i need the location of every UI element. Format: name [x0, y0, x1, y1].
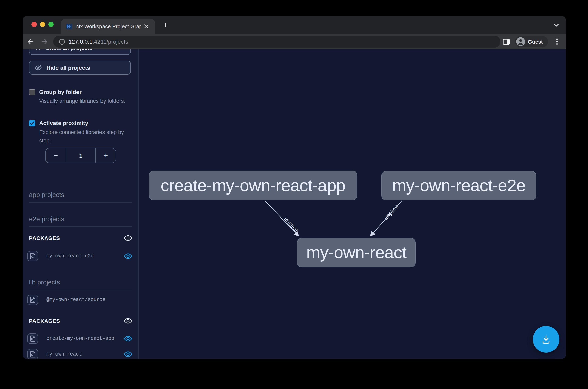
node-label: my-own-react-e2e: [392, 176, 526, 195]
project-list-item: my-own-react: [28, 349, 132, 359]
tab-strip: Nx Workspace Project Graph: [23, 16, 566, 34]
fullscreen-window-button[interactable]: [48, 22, 54, 27]
profile-button[interactable]: Guest: [515, 36, 548, 47]
project-list-item: my-own-react-e2e: [28, 251, 132, 261]
app-projects-header: app projects: [29, 191, 64, 198]
download-icon: [541, 334, 551, 345]
e2e-projects-header: e2e projects: [29, 216, 64, 223]
site-info-icon[interactable]: [59, 38, 65, 45]
close-tab-icon[interactable]: [141, 22, 151, 31]
tab-search-chevron-icon[interactable]: [551, 20, 561, 30]
node-label: my-own-react: [306, 243, 407, 262]
activate-proximity-checkbox[interactable]: [29, 120, 35, 126]
focus-project-button[interactable]: [28, 251, 38, 261]
project-graph-canvas[interactable]: implicit implicit create-my-own-react-ap…: [139, 49, 566, 359]
back-icon[interactable]: [26, 37, 35, 46]
download-graph-button[interactable]: [533, 326, 559, 353]
project-name[interactable]: my-own-react-e2e: [46, 253, 124, 259]
side-panel-icon[interactable]: [501, 37, 511, 46]
minimize-window-button[interactable]: [40, 22, 45, 27]
hide-all-projects-button[interactable]: Hide all projects: [29, 61, 131, 75]
project-list-item: create-my-own-react-app: [28, 333, 132, 344]
show-all-projects-label: Show all projects: [46, 49, 92, 51]
forward-icon[interactable]: [39, 37, 49, 46]
nx-logo-favicon: [66, 23, 73, 30]
browser-window: Nx Workspace Project Graph: [23, 16, 566, 359]
group-by-folder-label: Group by folder: [39, 88, 134, 96]
new-tab-icon[interactable]: [161, 20, 170, 30]
avatar-icon: [516, 37, 525, 46]
graph-node-my-own-react[interactable]: my-own-react: [297, 238, 416, 267]
project-name[interactable]: create-my-own-react-app: [46, 336, 124, 341]
toggle-all-packages-eye-icon[interactable]: [124, 318, 132, 324]
packages-header: PACKAGES: [29, 235, 124, 241]
graph-node-create-my-own-react-app[interactable]: create-my-own-react-app: [149, 171, 357, 200]
browser-menu-icon[interactable]: [552, 37, 562, 46]
show-all-projects-button[interactable]: Show all projects: [29, 49, 131, 55]
browser-toolbar: 127.0.0.1:4211/projects: [23, 34, 566, 49]
group-by-folder-checkbox[interactable]: [29, 89, 35, 95]
packages-header: PACKAGES: [29, 318, 124, 324]
project-list-item: @my-own-react/source: [28, 294, 132, 305]
proximity-decrement-button[interactable]: −: [46, 149, 66, 163]
tab-title: Nx Workspace Project Graph: [76, 23, 141, 30]
node-label: create-my-own-react-app: [161, 176, 345, 195]
project-visibility-eye-icon[interactable]: [124, 351, 132, 357]
project-name[interactable]: my-own-react: [46, 352, 124, 357]
window-controls: [32, 22, 54, 27]
group-by-folder-description: Visually arrange libraries by folders.: [39, 97, 134, 105]
eye-off-icon: [34, 64, 42, 71]
address-bar[interactable]: 127.0.0.1:4211/projects: [53, 35, 500, 48]
activate-proximity-description: Explore connected libraries step by step…: [39, 128, 134, 145]
lib-projects-header: lib projects: [29, 279, 60, 286]
project-visibility-eye-icon[interactable]: [124, 253, 132, 259]
focus-project-button[interactable]: [28, 294, 38, 305]
focus-project-button[interactable]: [28, 349, 38, 359]
edge-label-implicit: implicit: [383, 203, 400, 221]
eye-icon: [34, 49, 42, 51]
project-graph-sidebar: Show all projects Hide all projects: [23, 49, 139, 359]
edge-label-implicit: implicit: [283, 216, 300, 233]
focus-project-button[interactable]: [28, 333, 38, 344]
browser-tab[interactable]: Nx Workspace Project Graph: [61, 19, 155, 34]
hide-all-projects-label: Hide all projects: [46, 64, 90, 71]
desktop-background: Nx Workspace Project Graph: [0, 0, 588, 389]
check-icon: [30, 122, 34, 125]
project-name[interactable]: @my-own-react/source: [46, 297, 132, 303]
proximity-value: 1: [66, 149, 96, 163]
close-window-button[interactable]: [32, 22, 37, 27]
toggle-all-packages-eye-icon[interactable]: [124, 235, 132, 241]
url-text: 127.0.0.1:4211/projects: [69, 38, 128, 45]
proximity-increment-button[interactable]: +: [96, 149, 116, 163]
graph-edges: implicit implicit: [139, 49, 566, 359]
proximity-stepper: − 1 +: [45, 148, 116, 163]
activate-proximity-label: Activate proximity: [39, 119, 134, 127]
graph-node-my-own-react-e2e[interactable]: my-own-react-e2e: [381, 171, 536, 200]
project-visibility-eye-icon[interactable]: [124, 335, 132, 342]
profile-label: Guest: [528, 38, 543, 45]
